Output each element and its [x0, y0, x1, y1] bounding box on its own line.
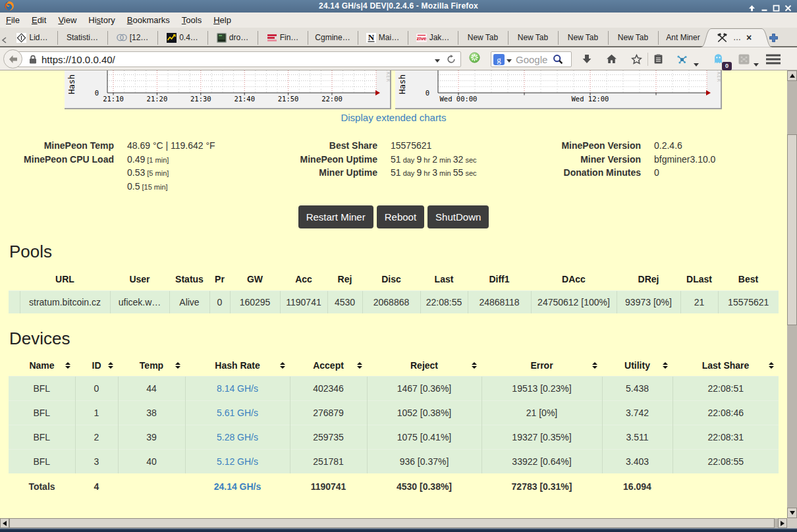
tab-close-icon[interactable]: × [746, 33, 752, 42]
maximize-button[interactable] [773, 3, 781, 11]
x-tick-label: 21:30 [190, 95, 211, 103]
horizontal-scrollbar-thumb[interactable] [9, 518, 775, 528]
downloads-icon[interactable] [582, 54, 592, 65]
addon-molecule-icon[interactable] [676, 54, 688, 65]
pools-header-cell: Pr [209, 268, 230, 290]
devices-sort-header[interactable]: Reject [367, 355, 481, 376]
info-value-part: hr [422, 156, 432, 164]
rrd-chart-image: Wed 00:00Wed 12:000HashRRDTOOL / TOBI OE… [395, 70, 721, 108]
tab-mai[interactable]: NMai… [358, 29, 408, 46]
devices-cell: 40 [118, 449, 185, 473]
menu-view[interactable]: View [52, 13, 82, 27]
home-icon[interactable] [606, 54, 617, 64]
vertical-scrollbar-thumb[interactable] [787, 134, 797, 325]
scroll-down-button[interactable] [787, 508, 797, 518]
menu-edit[interactable]: Edit [26, 13, 52, 27]
x-tick-label: Wed 12:00 [572, 95, 609, 103]
addon-disabled-dropdown-icon[interactable] [754, 57, 759, 69]
scroll-left-button[interactable] [0, 518, 9, 528]
menu-bookmarks[interactable]: Bookmarks [121, 13, 176, 27]
tab-new-tab-2[interactable]: New Tab [508, 29, 558, 46]
tab-scroll-left-icon[interactable] [1, 34, 7, 46]
reboot-button[interactable]: Reboot [377, 205, 424, 228]
scroll-right-button[interactable] [778, 518, 787, 528]
tab-fin[interactable]: Fin… [258, 29, 308, 46]
url-dropdown-icon[interactable] [435, 53, 440, 65]
horizontal-scrollbar[interactable] [0, 518, 787, 528]
scroll-up-button[interactable] [787, 70, 797, 81]
menu-hamburger-icon[interactable] [766, 54, 781, 65]
menu-file[interactable]: File [0, 13, 26, 27]
restart-miner-button[interactable]: Restart Miner [298, 205, 373, 228]
devices-cell: 39 [118, 425, 185, 449]
devices-sort-header[interactable]: ID [75, 355, 118, 376]
devices-sort-header[interactable]: Hash Rate [185, 355, 290, 376]
device-row: BFL0448.14 GH/s4023461467 [0.36%]19513 [… [9, 376, 779, 400]
tab-dro[interactable]: dro… [207, 29, 258, 46]
tab-new-tab-4[interactable]: New Tab [608, 29, 658, 46]
window-titlebar[interactable]: 24.14 GH/s|4 DEV|0.2.4.6 - Mozilla Firef… [0, 0, 797, 13]
addon-green-ball-icon[interactable] [469, 52, 480, 66]
devices-sort-header[interactable]: Utility [602, 355, 673, 376]
tab-cgminer[interactable]: Cgmine… [308, 29, 358, 46]
search-engine-dropdown-icon[interactable] [507, 53, 512, 65]
url-bar[interactable] [14, 51, 461, 67]
pools-header-cell: Rej [327, 268, 362, 290]
devices-cell: 5.61 GH/s [185, 400, 290, 425]
display-extended-charts-link[interactable]: Display extended charts [341, 112, 446, 123]
bookmark-star-icon[interactable] [631, 54, 642, 65]
search-input[interactable] [516, 54, 553, 65]
menu-label-post: dit [38, 15, 47, 25]
devices-cell: 1075 [0.41%] [367, 425, 481, 449]
devices-cell: 22:08:51 [673, 376, 779, 400]
diamond-logo-icon [16, 33, 26, 43]
search-bar[interactable]: g [491, 51, 572, 67]
devices-sort-header[interactable]: Name [9, 355, 75, 376]
rollup-button[interactable] [748, 3, 756, 11]
y-axis-title: Hash [67, 74, 76, 94]
tab-new-tab-3[interactable]: New Tab [558, 29, 608, 46]
tab-statistics[interactable]: Statisti… [57, 29, 107, 46]
hashrate-link[interactable]: 5.28 GH/s [217, 432, 258, 442]
hashrate-link[interactable]: 8.14 GH/s [217, 383, 258, 394]
shutdown-button[interactable]: ShutDown [427, 205, 489, 228]
sort-icon [65, 362, 71, 369]
info-value-part: bfgminer3.10.0 [654, 154, 715, 165]
addon-molecule-dropdown-icon[interactable] [694, 57, 699, 69]
tab-12[interactable]: [12… [107, 29, 157, 46]
minimize-button[interactable] [761, 3, 769, 11]
devices-sort-header[interactable]: Last Share [673, 355, 779, 376]
hashrate-link[interactable]: 5.12 GH/s [217, 456, 258, 467]
info-label: Best Share [252, 140, 384, 151]
tab-jak[interactable]: ziveJak… [408, 29, 458, 46]
y-axis-title: Hash [397, 74, 407, 94]
hashrate-link[interactable]: 5.61 GH/s [217, 408, 258, 418]
tab-label: Ant Miner [666, 33, 700, 42]
url-input[interactable] [41, 54, 435, 65]
menu-tools[interactable]: Tools [176, 13, 207, 27]
tab-04[interactable]: 0.4… [157, 29, 207, 46]
info-label: MinePeon Uptime [252, 154, 384, 165]
tab-new-tab-1[interactable]: New Tab [458, 29, 508, 46]
back-button[interactable] [3, 49, 22, 68]
devices-cell: 3.511 [602, 425, 673, 449]
devices-sort-header[interactable]: Error [481, 355, 602, 376]
reload-icon[interactable] [447, 55, 456, 64]
search-icon[interactable] [553, 54, 563, 65]
tab-active-minepeon[interactable]: … × [701, 28, 772, 47]
addon-disabled-icon[interactable] [738, 54, 750, 65]
vertical-scrollbar[interactable] [787, 70, 797, 518]
tab-lid[interactable]: Lid… [7, 29, 57, 46]
menu-history[interactable]: History [82, 13, 121, 27]
devices-cell: BFL [9, 400, 75, 425]
clipboard-icon[interactable] [653, 54, 663, 65]
menu-help[interactable]: Help [207, 13, 237, 27]
google-engine-icon[interactable]: g [493, 54, 505, 65]
pools-cell: 2068868 [362, 290, 420, 313]
total-hashrate-link[interactable]: 24.14 GH/s [214, 481, 261, 492]
info-value-share-uptime: 15575621 [384, 140, 516, 151]
circles-logo-icon [117, 34, 127, 41]
devices-sort-header[interactable]: Temp [118, 355, 185, 376]
close-button[interactable] [784, 3, 792, 11]
devices-sort-header[interactable]: Accept [290, 355, 367, 376]
